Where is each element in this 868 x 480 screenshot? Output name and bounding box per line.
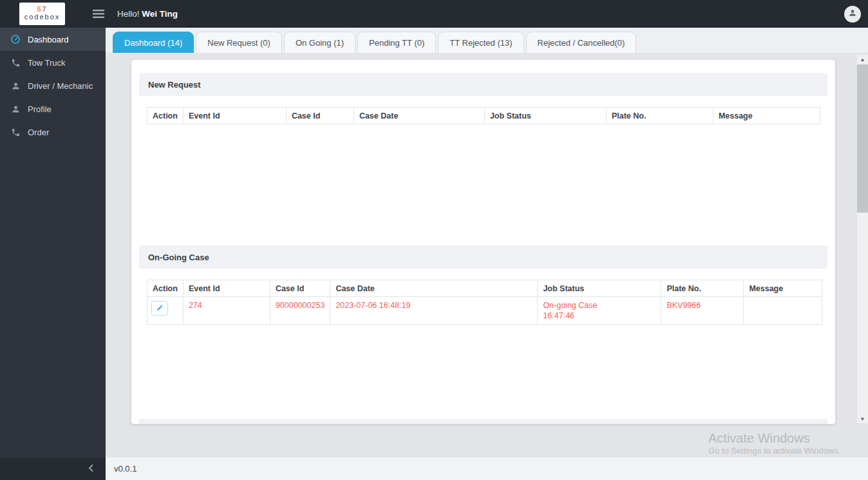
logo-wordmark: codebox — [24, 13, 61, 21]
job-status-line2: 16:47:46 — [543, 311, 656, 321]
sidebar-item-label: Order — [28, 128, 49, 137]
sidebar-item-label: Tow Truck — [28, 58, 66, 68]
app-logo: 57 codebox — [19, 3, 65, 25]
column-header-event-id: Event Id — [183, 108, 286, 124]
sidebar-item-order[interactable]: Order — [0, 120, 106, 144]
sidebar-item-driver-mechanic[interactable]: Driver / Mechanic — [0, 74, 106, 97]
column-header-action: Action — [147, 280, 184, 297]
tab-pending-tt[interactable]: Pending TT (0) — [357, 32, 436, 53]
tab-tt-rejected[interactable]: TT Rejected (13) — [438, 32, 524, 53]
plate-no-cell: BKV9966 — [661, 297, 744, 325]
logo-57-mark: 57 — [37, 6, 47, 13]
sidebar-item-label: Dashboard — [28, 35, 69, 44]
column-header-action: Action — [147, 108, 184, 124]
column-header-case-id: Case Id — [286, 108, 354, 124]
tab-rejected-cancelled[interactable]: Rejected / Cancelled(0) — [526, 32, 637, 53]
column-header-message: Message — [713, 108, 820, 124]
column-header-plate-no: Plate No. — [661, 280, 744, 297]
tab-label: Dashboard (14) — [124, 38, 182, 48]
table-header-row: Action Event Id Case Id Case Date Job St… — [147, 108, 820, 124]
phone-icon — [10, 57, 21, 68]
job-status-cell: On-going Case 16:47:46 — [538, 297, 661, 325]
person-icon — [10, 81, 21, 91]
tab-new-request[interactable]: New Request (0) — [196, 32, 282, 53]
scrollbar-thumb[interactable] — [857, 64, 868, 213]
app-version: v0.0.1 — [114, 464, 137, 474]
tab-label: New Request (0) — [207, 38, 270, 48]
case-id-cell: 90000000253 — [270, 297, 330, 325]
action-cell — [147, 297, 184, 325]
case-date-cell: 2023-07-06 16:48:19 — [330, 297, 538, 325]
tab-label: Pending TT (0) — [369, 38, 424, 48]
sidebar-collapse-button[interactable] — [0, 457, 106, 480]
sidebar-item-profile[interactable]: Profile — [0, 97, 106, 120]
activate-windows-watermark: Activate Windows Go to Settings to activ… — [708, 431, 840, 456]
column-header-event-id: Event Id — [183, 280, 270, 297]
tab-label: Rejected / Cancelled(0) — [538, 38, 625, 48]
section-title: New Request — [148, 80, 201, 90]
tab-dashboard[interactable]: Dashboard (14) — [113, 32, 194, 53]
scrollbar-up-arrow-icon[interactable]: ▲ — [857, 55, 868, 64]
column-header-job-status: Job Status — [484, 108, 606, 124]
table-row: 274 90000000253 2023-07-06 16:48:19 On-g… — [147, 297, 822, 325]
tab-label: TT Rejected (13) — [449, 38, 512, 48]
gauge-icon — [10, 34, 21, 44]
table-header-row: Action Event Id Case Id Case Date Job St… — [147, 280, 822, 297]
user-avatar[interactable] — [844, 6, 861, 23]
chevron-left-icon — [88, 463, 95, 475]
user-name: Wei Ting — [142, 9, 178, 19]
phone-icon — [10, 127, 21, 137]
edit-case-button[interactable] — [151, 301, 168, 316]
top-bar: 57 codebox Hello! Wei Ting — [0, 0, 868, 28]
column-header-job-status: Job Status — [538, 280, 661, 297]
greeting-prefix: Hello! — [117, 9, 140, 19]
section-header-new-request: New Request — [139, 73, 827, 96]
footer-bar: v0.0.1 — [106, 457, 868, 480]
tab-label: On Going (1) — [296, 38, 344, 48]
watermark-subtitle: Go to Settings to activate Windows. — [708, 446, 840, 456]
sidebar-item-label: Profile — [28, 104, 52, 114]
sidebar-spacer — [0, 144, 106, 457]
ongoing-case-table: Action Event Id Case Id Case Date Job St… — [147, 280, 822, 325]
sidebar-item-tow-truck[interactable]: Tow Truck — [0, 51, 106, 74]
dashboard-content: New Request Action Event Id Case Id Case… — [106, 53, 868, 457]
new-request-table: Action Event Id Case Id Case Date Job St… — [147, 107, 820, 124]
section-title: On-Going Case — [148, 253, 209, 262]
job-status-line1: On-going Case — [543, 300, 656, 311]
tab-bar: Dashboard (14) New Request (0) On Going … — [106, 28, 868, 53]
main-area: Dashboard (14) New Request (0) On Going … — [106, 28, 868, 480]
column-header-case-date: Case Date — [330, 280, 538, 297]
event-id-cell: 274 — [183, 297, 270, 325]
section-header-ongoing-case: On-Going Case — [139, 245, 827, 269]
column-header-case-date: Case Date — [354, 108, 484, 124]
column-header-plate-no: Plate No. — [606, 108, 713, 124]
dashboard-card: New Request Action Event Id Case Id Case… — [131, 60, 835, 424]
greeting-text: Hello! Wei Ting — [117, 9, 178, 19]
sidebar-item-dashboard[interactable]: Dashboard — [0, 28, 106, 51]
sidebar-item-label: Driver / Mechanic — [28, 81, 93, 91]
pencil-icon — [156, 303, 164, 313]
sidebar: Dashboard Tow Truck Driver / Mechanic — [0, 28, 106, 480]
watermark-title: Activate Windows — [708, 431, 840, 446]
section-header-clipped — [139, 419, 827, 424]
tab-on-going[interactable]: On Going (1) — [284, 32, 355, 53]
scrollbar-down-arrow-icon[interactable]: ▼ — [857, 414, 868, 423]
hamburger-menu-icon[interactable] — [90, 7, 107, 21]
column-header-message: Message — [744, 280, 822, 297]
message-cell — [744, 297, 822, 325]
person-icon — [848, 8, 857, 20]
vertical-scrollbar[interactable]: ▲ ▼ — [857, 55, 868, 423]
person-icon — [10, 104, 21, 114]
column-header-case-id: Case Id — [270, 280, 330, 297]
